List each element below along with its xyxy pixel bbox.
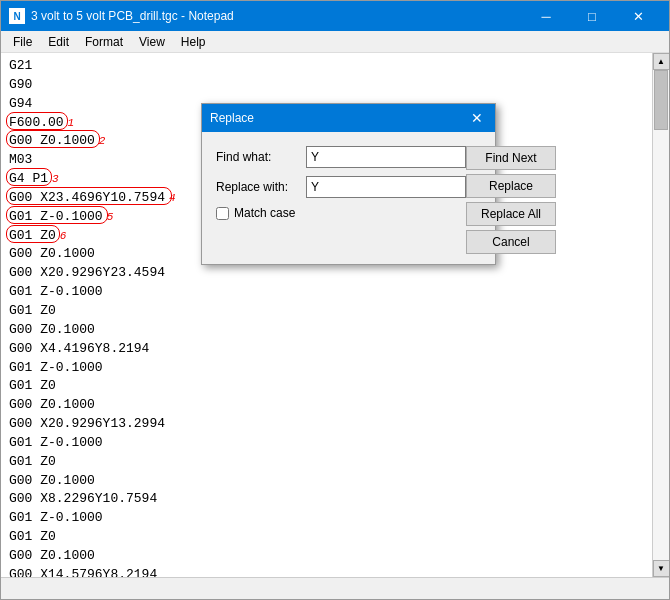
scroll-track[interactable] [653,70,669,560]
menu-view[interactable]: View [131,31,173,52]
menu-file[interactable]: File [5,31,40,52]
scroll-down-button[interactable]: ▼ [653,560,670,577]
dialog-right: Find Next Replace Replace All Cancel [466,132,570,264]
find-label: Find what: [216,150,306,164]
dialog-title: Replace [210,111,254,125]
cancel-button[interactable]: Cancel [466,230,556,254]
replace-dialog: Replace ✕ Find what: Replace with: [201,103,496,265]
scroll-up-button[interactable]: ▲ [653,53,670,70]
editor-area: G21 G90 G94 F600.001 G00 Z0.10002 M03 G4… [1,53,669,577]
match-case-label: Match case [234,206,295,220]
menu-format[interactable]: Format [77,31,131,52]
menu-bar: File Edit Format View Help [1,31,669,53]
match-case-checkbox[interactable] [216,207,229,220]
maximize-button[interactable]: □ [569,1,615,31]
main-window: N 3 volt to 5 volt PCB_drill.tgc - Notep… [0,0,670,600]
match-case-row: Match case [216,206,466,220]
minimize-button[interactable]: ─ [523,1,569,31]
replace-input[interactable] [306,176,466,198]
dialog-close-button[interactable]: ✕ [467,108,487,128]
replace-label: Replace with: [216,180,306,194]
dialog-title-bar: Replace ✕ [202,104,495,132]
find-input[interactable] [306,146,466,168]
vertical-scrollbar[interactable]: ▲ ▼ [652,53,669,577]
dialog-left: Find what: Replace with: Match case [202,132,466,264]
scroll-thumb[interactable] [654,70,668,130]
status-bar [1,577,669,599]
replace-row: Replace with: [216,176,466,198]
title-bar-left: N 3 volt to 5 volt PCB_drill.tgc - Notep… [9,8,234,24]
title-bar-controls: ─ □ ✕ [523,1,661,31]
replace-button[interactable]: Replace [466,174,556,198]
replace-all-button[interactable]: Replace All [466,202,556,226]
title-bar: N 3 volt to 5 volt PCB_drill.tgc - Notep… [1,1,669,31]
dialog-inner: Find what: Replace with: Match case [202,132,495,264]
find-row: Find what: [216,146,466,168]
window-title: 3 volt to 5 volt PCB_drill.tgc - Notepad [31,9,234,23]
find-next-button[interactable]: Find Next [466,146,556,170]
menu-edit[interactable]: Edit [40,31,77,52]
close-button[interactable]: ✕ [615,1,661,31]
notepad-icon: N [9,8,25,24]
menu-help[interactable]: Help [173,31,214,52]
